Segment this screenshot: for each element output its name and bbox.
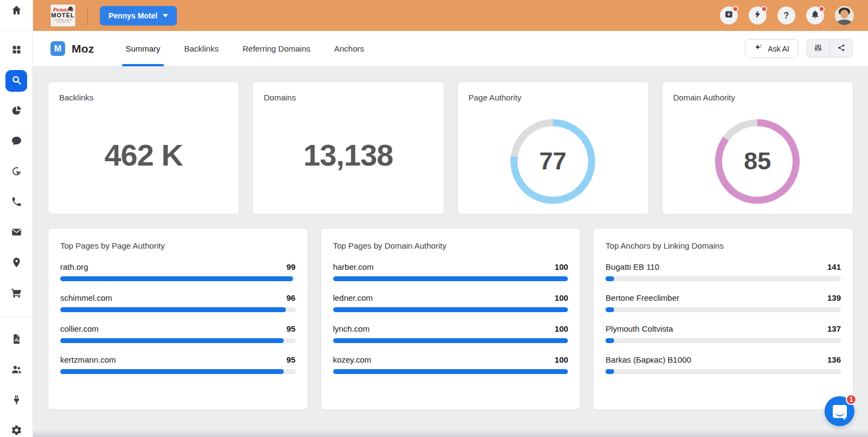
list-item: collier.com95	[60, 324, 296, 343]
item-name: rath.org	[60, 262, 88, 271]
tab-referring-domains[interactable]: Referring Domains	[231, 31, 322, 66]
sidebar-item-settings[interactable]	[5, 420, 27, 437]
item-name: harber.com	[333, 262, 374, 271]
item-value: 100	[554, 324, 568, 333]
item-value: 136	[827, 355, 841, 364]
question-mark-icon: ?	[784, 11, 789, 21]
workspace-dropdown-button[interactable]: Pennys Motel	[100, 6, 177, 26]
card-title: Page Authority	[469, 93, 637, 102]
lightning-icon	[753, 10, 762, 21]
user-avatar[interactable]	[835, 6, 854, 25]
progress-bar	[60, 369, 296, 374]
notification-dot	[732, 6, 738, 12]
item-name: kertzmann.com	[60, 355, 116, 364]
item-name: collier.com	[60, 324, 99, 333]
moz-brand: M Moz	[50, 41, 94, 56]
sidebar-item-search[interactable]	[5, 70, 27, 92]
moz-logo-icon: M	[50, 41, 65, 56]
progress-bar	[605, 338, 841, 343]
moz-nav-bar: M Moz Summary Backlinks Referring Domain…	[33, 31, 868, 66]
stat-value: 462 K	[48, 137, 239, 173]
sidebar-item-integrations[interactable]	[5, 390, 27, 411]
sliders-icon	[814, 43, 822, 54]
chat-unread-badge: 1	[846, 394, 857, 405]
ask-ai-button[interactable]: Ask AI	[745, 39, 799, 58]
item-name: lynch.com	[333, 324, 370, 333]
logo-clock-dot	[68, 7, 73, 11]
stat-card-page-authority: Page Authority 77	[457, 81, 649, 214]
sidebar-item-home[interactable]	[5, 0, 27, 22]
item-name: Bugatti EB 110	[605, 262, 659, 271]
filter-button[interactable]	[807, 40, 829, 58]
item-name: Bertone Freeclimber	[605, 293, 679, 302]
chat-bubble-icon	[11, 135, 22, 149]
moz-title: Moz	[72, 42, 94, 55]
stat-value: 13,138	[253, 137, 443, 173]
boost-button[interactable]	[749, 7, 767, 24]
list-item: harber.com100	[333, 262, 569, 281]
chat-launcher-button[interactable]: 1	[825, 396, 854, 426]
sidebar-item-messages[interactable]	[5, 131, 27, 153]
sidebar-item-email[interactable]	[5, 222, 27, 244]
header-divider	[87, 7, 88, 25]
progress-bar	[60, 276, 296, 281]
item-value: 100	[554, 262, 568, 271]
item-value: 141	[827, 262, 841, 271]
list-item: ledner.com100	[333, 293, 569, 312]
tab-summary[interactable]: Summary	[113, 31, 172, 66]
notification-dot	[819, 6, 825, 12]
bell-icon	[810, 10, 820, 21]
item-value: 100	[554, 293, 568, 302]
progress-bar	[333, 338, 569, 343]
tab-backlinks[interactable]: Backlinks	[173, 31, 231, 66]
chevron-down-icon	[163, 14, 168, 17]
donut-value: 85	[715, 119, 800, 204]
stat-card-backlinks: Backlinks 462 K	[48, 81, 239, 214]
progress-bar	[605, 276, 841, 281]
sidebar-item-calls[interactable]	[5, 192, 27, 213]
pie-chart-icon	[11, 105, 22, 118]
tab-anchors[interactable]: Anchors	[322, 31, 376, 66]
phone-icon	[11, 196, 22, 210]
pennys-motel-logo: Penny's MOTEL COFFEE SHOP COLOR TV	[50, 4, 75, 27]
import-button[interactable]	[720, 7, 738, 24]
stat-card-domain-authority: Domain Authority 85	[662, 81, 853, 214]
sidebar-item-analytics[interactable]	[5, 100, 27, 122]
item-value: 95	[286, 324, 296, 333]
list-item: Bertone Freeclimber139	[605, 293, 841, 312]
list-item: Plymouth Coltvista137	[605, 324, 841, 343]
item-value: 139	[827, 293, 841, 302]
help-button[interactable]: ?	[777, 7, 795, 24]
list-item: lynch.com100	[333, 324, 569, 343]
sidebar-item-contacts[interactable]	[5, 359, 27, 381]
list-item: schimmel.com96	[60, 293, 296, 312]
top-anchors-by-linking-domains-card: Top Anchors by Linking Domains Bugatti E…	[593, 228, 853, 410]
share-button[interactable]	[829, 40, 852, 58]
top-pages-by-domain-authority-card: Top Pages by Domain Authority harber.com…	[321, 228, 581, 410]
logo-motel-text: MOTEL	[51, 12, 75, 18]
list-item: Bugatti EB 110141	[605, 262, 841, 281]
progress-bar	[60, 338, 296, 343]
sidebar-item-locations[interactable]	[5, 252, 27, 274]
item-name: Barkas (Баркас) B1000	[605, 355, 691, 364]
sidebar-item-commerce[interactable]	[5, 283, 27, 305]
notifications-button[interactable]	[806, 7, 824, 24]
card-title: Domains	[264, 93, 432, 102]
plug-icon	[11, 394, 22, 408]
sidebar-item-ads[interactable]	[5, 161, 27, 183]
search-icon	[11, 74, 22, 88]
progress-bar	[605, 307, 841, 312]
item-value: 96	[286, 293, 296, 302]
sidebar-item-apps[interactable]	[5, 40, 27, 61]
sidebar-item-reports[interactable]	[5, 329, 27, 351]
ask-ai-label: Ask AI	[768, 45, 789, 53]
notification-dot	[761, 6, 767, 12]
list-item: rath.org99	[60, 262, 296, 281]
card-title: Backlinks	[59, 93, 228, 102]
main-content: Backlinks 462 K Domains 13,138 Page Auth…	[33, 66, 868, 437]
nav-action-group	[806, 39, 853, 58]
item-name: kozey.com	[333, 355, 372, 364]
sparkle-icon	[754, 43, 763, 54]
home-icon	[11, 4, 22, 18]
share-icon	[837, 43, 846, 54]
